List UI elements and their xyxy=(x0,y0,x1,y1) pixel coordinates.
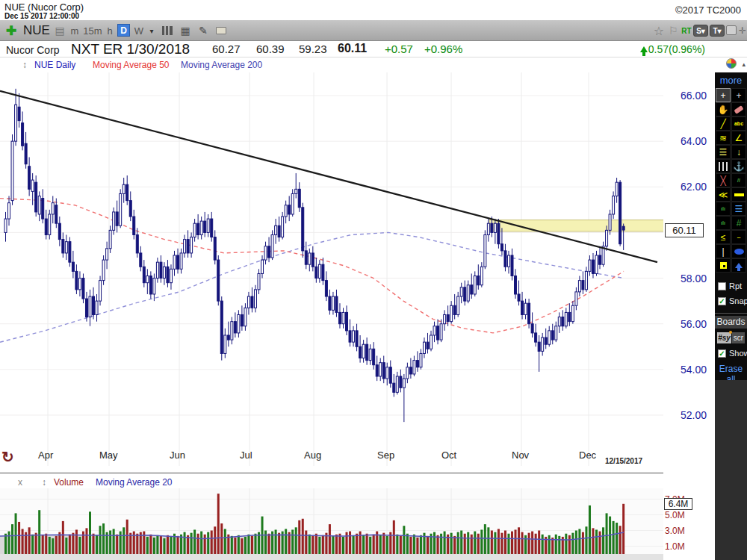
candles-tool-icon-glyph: ılı xyxy=(721,220,725,225)
gann-fan-tool-icon[interactable]: ≪ xyxy=(716,187,731,202)
draw-pencil-icon[interactable]: ✎ xyxy=(196,20,211,41)
up-arrow-tool-icon-glyph xyxy=(735,263,743,268)
realtime-badge: RT xyxy=(680,20,693,41)
gann-fan-tool-icon-glyph: ≪ xyxy=(719,190,728,200)
shapes-tool-icon-glyph xyxy=(720,262,727,269)
ellipse-tool-icon[interactable] xyxy=(731,244,746,258)
month-label: Jun xyxy=(170,449,185,461)
close-volume-pane-button[interactable]: x xyxy=(18,477,22,488)
fan2-tool-icon-glyph: ≤ xyxy=(721,232,726,243)
show-checkbox-row[interactable]: ✓ Show xyxy=(718,349,747,358)
legend-symbol[interactable]: NUE Daily xyxy=(34,60,75,70)
candles-tool-icon[interactable]: ılı xyxy=(716,216,731,230)
volume-axis-label: 3.0M xyxy=(665,526,695,536)
reorder-icon[interactable]: ↕ xyxy=(22,60,27,70)
show-checkbox[interactable]: ✓ xyxy=(718,349,726,358)
volume-reorder-icon[interactable]: ↕ xyxy=(42,477,46,488)
company-name: Nucor Corp xyxy=(6,44,60,56)
template-link-button[interactable]: T▾ xyxy=(710,25,725,37)
palette-caret-icon[interactable]: ▴ xyxy=(742,60,746,68)
snap-checkbox[interactable]: ✓ xyxy=(718,297,726,305)
move-window-icon[interactable]: ✛ xyxy=(737,20,747,41)
cross-lines-tool-icon-glyph: ╳ xyxy=(720,175,725,186)
chart-title: NUE (Nucor Corp) xyxy=(4,1,84,13)
crosshair-icon[interactable]: + xyxy=(731,88,746,102)
add-symbol-button[interactable]: ✚ xyxy=(4,20,19,41)
candle-line-tool-icon[interactable]: ılı xyxy=(716,202,731,216)
last-volume-box: 6.4M xyxy=(664,498,692,510)
print-icon[interactable]: ▤ xyxy=(52,20,67,41)
snap-checkbox-row[interactable]: ✓ Snap xyxy=(718,296,747,305)
trendline-tool-icon[interactable]: ╱ xyxy=(716,116,731,131)
text-tool-icon-glyph: abc xyxy=(734,121,743,126)
sy-label: #sy xyxy=(718,334,731,342)
candle-line-tool-icon-glyph: ılı xyxy=(721,206,725,211)
trendline-tool-icon-glyph: ╱ xyxy=(720,119,725,129)
indicator-grid-icon[interactable]: ▦ xyxy=(178,20,193,41)
month-label: May xyxy=(99,449,118,461)
month-label: Sep xyxy=(377,449,394,461)
symbol-link-button[interactable]: S▾ xyxy=(693,25,708,37)
save-icon[interactable] xyxy=(726,25,737,35)
cross-lines-tool-icon[interactable]: ╳ xyxy=(716,173,731,187)
hand-tool-icon[interactable]: ✋ xyxy=(716,102,731,116)
chart-type-icon[interactable] xyxy=(160,20,175,41)
crosshair-selected-icon[interactable]: + xyxy=(716,88,731,102)
dashed-levels-tool-icon[interactable]: ☰ xyxy=(731,202,746,216)
price-chart[interactable] xyxy=(0,72,664,466)
fan2-tool-icon[interactable]: ≤ xyxy=(716,230,731,244)
timeframe-hour-button[interactable]: h xyxy=(105,20,115,41)
folder-glyph xyxy=(216,27,226,34)
vertical-line-tool-icon[interactable]: | xyxy=(716,244,731,258)
pane-separator xyxy=(0,473,674,473)
volume-axis-label: 1.0M xyxy=(665,541,695,552)
timeframe-weekly-button[interactable]: W xyxy=(133,20,145,41)
candles-hatch-tool-icon[interactable]: # xyxy=(731,216,746,230)
eraser-tool-icon[interactable] xyxy=(731,102,746,116)
timeframe-15min-button[interactable]: 15m xyxy=(82,20,103,41)
favorite-star-icon[interactable]: ☆ xyxy=(651,20,666,41)
refresh-icon[interactable]: ↻ xyxy=(1,448,14,466)
volume-chart[interactable] xyxy=(0,488,664,554)
panel-filler xyxy=(715,380,747,560)
price-axis-label: 54.00 xyxy=(663,364,707,376)
last-date-label: 12/15/2017 xyxy=(605,457,642,465)
dashed-arrow-tool-icon-glyph: ↓ xyxy=(737,147,741,158)
dashed-lines-tool-icon[interactable]: ☰ xyxy=(716,145,731,159)
crosshair-selected-icon-glyph: + xyxy=(720,90,725,101)
arc-tool-icon[interactable]: ≋ xyxy=(716,131,731,145)
ellipse-tool-icon-glyph xyxy=(734,249,744,255)
up-arrow-tool-icon[interactable] xyxy=(731,258,746,273)
channel-tool-icon-glyph: // xyxy=(737,178,740,183)
channel-tool-icon[interactable]: // xyxy=(731,173,746,187)
timeframe-dropdown-icon[interactable]: ▾ xyxy=(146,20,157,41)
legend-ma50[interactable]: Moving Average 50 xyxy=(93,60,170,70)
vertical-bars-tool-icon[interactable] xyxy=(716,159,731,173)
symbol-label[interactable]: NUE xyxy=(21,20,52,41)
volume-ma20-label[interactable]: Moving Average 20 xyxy=(96,477,173,488)
folder-icon[interactable] xyxy=(214,20,229,41)
candles-hatch-tool-icon-glyph: # xyxy=(737,218,742,228)
horizontal-line-tool-icon[interactable] xyxy=(731,187,746,202)
price-axis[interactable]: 66.0064.0062.0058.0056.0054.0052.0060.11… xyxy=(663,72,715,560)
dashed2-tool-icon[interactable]: -- xyxy=(731,230,746,244)
rpt-checkbox-row[interactable]: Rpt xyxy=(718,281,742,290)
fan-tool-icon[interactable]: ∠ xyxy=(731,131,746,145)
dashed-arrow-tool-icon[interactable]: ↓ xyxy=(731,145,746,159)
text-tool-icon[interactable]: abc xyxy=(731,116,746,131)
timeframe-minute-button[interactable]: m xyxy=(69,20,81,41)
more-tools-button[interactable]: more xyxy=(715,75,747,86)
shapes-tool-icon[interactable] xyxy=(716,258,731,273)
legend-ma200[interactable]: Moving Average 200 xyxy=(181,60,262,70)
timeframe-daily-button[interactable]: D xyxy=(117,24,130,37)
boards-scan-button[interactable]: scr xyxy=(732,332,745,343)
rpt-checkbox[interactable] xyxy=(718,282,726,290)
volume-legend-label[interactable]: Volume xyxy=(54,477,84,488)
palette-icon[interactable] xyxy=(726,58,737,69)
flag-icon[interactable]: ⚐ xyxy=(666,20,680,41)
title-bar: NUE (Nucor Corp) Dec 15 2017 12:00:00 ©2… xyxy=(0,0,747,20)
month-label: Aug xyxy=(304,449,321,461)
boards-symbol-button[interactable]: #sy xyxy=(717,332,731,343)
anchor-tool-icon[interactable]: ⚓ xyxy=(731,159,746,173)
price-axis-label: 66.00 xyxy=(663,90,707,102)
